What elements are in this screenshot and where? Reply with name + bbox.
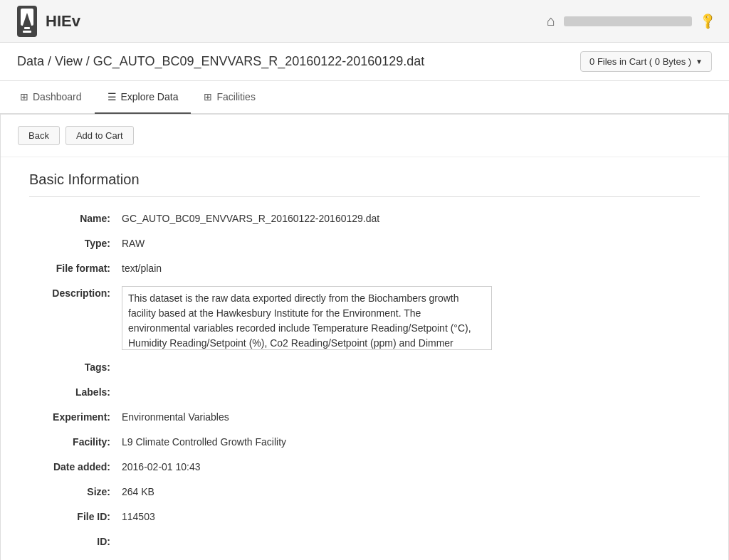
field-value-experiment: Environmental Variables (122, 410, 700, 425)
field-label-file-id: File ID: (29, 509, 122, 524)
field-experiment: Experiment: Environmental Variables (29, 410, 700, 425)
back-button[interactable]: Back (18, 126, 60, 145)
cart-label: 0 Files in Cart ( 0 Bytes ) (589, 56, 691, 67)
breadcrumb-bar: Data / View / GC_AUTO_BC09_ENVVARS_R_201… (0, 43, 729, 81)
home-icon[interactable]: ⌂ (547, 13, 555, 29)
field-value-file-id: 114503 (122, 509, 700, 524)
tab-explore-data[interactable]: ☰ Explore Data (95, 81, 192, 114)
cart-button[interactable]: 0 Files in Cart ( 0 Bytes ) ▼ (580, 51, 712, 72)
explore-icon: ☰ (107, 91, 117, 102)
info-section: Basic Information Name: GC_AUTO_BC09_ENV… (1, 157, 728, 560)
logo-icon (14, 6, 40, 37)
field-value-facility: L9 Climate Controlled Growth Facility (122, 435, 700, 450)
svg-rect-3 (24, 27, 30, 29)
dashboard-icon: ⊞ (20, 91, 28, 102)
field-label-experiment: Experiment: (29, 410, 122, 425)
tab-nav: ⊞ Dashboard ☰ Explore Data ⊞ Facilities (0, 81, 729, 114)
field-description: Description: This dataset is the raw dat… (29, 286, 700, 350)
breadcrumb: Data / View / GC_AUTO_BC09_ENVVARS_R_201… (17, 54, 424, 69)
field-facility: Facility: L9 Climate Controlled Growth F… (29, 435, 700, 450)
field-value-type: RAW (122, 236, 700, 251)
field-value-name: GC_AUTO_BC09_ENVVARS_R_20160122-20160129… (122, 211, 700, 226)
tab-explore-data-label: Explore Data (121, 91, 179, 102)
section-title: Basic Information (29, 171, 700, 197)
content-area: Back Add to Cart Basic Information Name:… (0, 114, 729, 560)
page-body: ⊞ Dashboard ☰ Explore Data ⊞ Facilities … (0, 81, 729, 560)
field-label-size: Size: (29, 485, 122, 500)
add-to-cart-button[interactable]: Add to Cart (65, 126, 134, 145)
tab-dashboard[interactable]: ⊞ Dashboard (7, 81, 95, 114)
action-bar: Back Add to Cart (1, 115, 728, 157)
key-icon[interactable]: 🔑 (698, 11, 718, 31)
tab-facilities-label: Facilities (216, 91, 255, 102)
app-header: HIEv ⌂ 🔑 (0, 0, 729, 43)
field-label-type: Type: (29, 236, 122, 251)
tab-dashboard-label: Dashboard (33, 91, 82, 102)
field-value-date-added: 2016-02-01 10:43 (122, 460, 700, 475)
field-value-file-format: text/plain (122, 261, 700, 276)
field-label-date-added: Date added: (29, 460, 122, 475)
user-info (564, 16, 692, 26)
app-title: HIEv (46, 12, 80, 31)
field-label-facility: Facility: (29, 435, 122, 450)
field-id: ID: (29, 534, 700, 549)
field-size: Size: 264 KB (29, 485, 700, 500)
field-tags: Tags: (29, 360, 700, 375)
field-label-description: Description: (29, 286, 122, 301)
field-date-added: Date added: 2016-02-01 10:43 (29, 460, 700, 475)
field-label-file-format: File format: (29, 261, 122, 276)
field-value-size: 264 KB (122, 485, 700, 500)
field-label-id: ID: (29, 534, 122, 549)
field-name: Name: GC_AUTO_BC09_ENVVARS_R_20160122-20… (29, 211, 700, 226)
field-file-id: File ID: 114503 (29, 509, 700, 524)
field-label-name: Name: (29, 211, 122, 226)
field-file-format: File format: text/plain (29, 261, 700, 276)
svg-rect-4 (23, 31, 31, 33)
tab-facilities[interactable]: ⊞ Facilities (191, 81, 268, 114)
header-right: ⌂ 🔑 (547, 13, 715, 29)
facilities-icon: ⊞ (204, 91, 212, 102)
field-label-tags: Tags: (29, 360, 122, 375)
field-value-description[interactable]: This dataset is the raw data exported di… (122, 286, 492, 350)
logo-area: HIEv (14, 6, 547, 37)
cart-caret: ▼ (696, 58, 703, 65)
field-type: Type: RAW (29, 236, 700, 251)
field-label-labels: Labels: (29, 385, 122, 400)
field-labels: Labels: (29, 385, 700, 400)
